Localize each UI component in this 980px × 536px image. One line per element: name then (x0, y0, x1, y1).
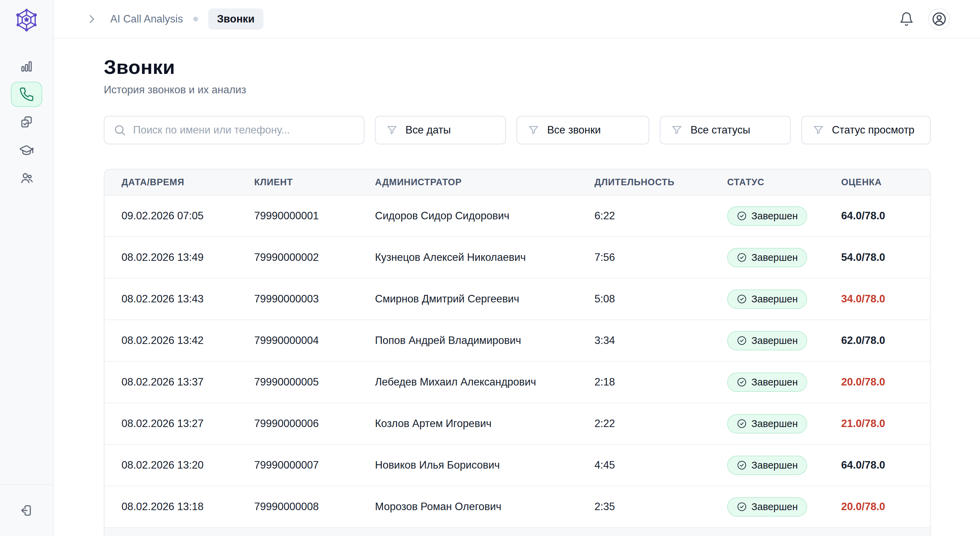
breadcrumb-current-page[interactable]: Звонки (208, 8, 263, 30)
status-badge-label: Завершен (751, 252, 798, 263)
status-badge: Завершен (727, 414, 807, 434)
cell-client-phone: 79990000005 (254, 376, 375, 388)
breadcrumb-app[interactable]: AI Call Analysis (110, 13, 183, 25)
table-row[interactable]: 08.02.2026 13:43 79990000003 Смирнов Дми… (105, 279, 930, 320)
sidebar (0, 0, 54, 536)
search-input[interactable] (133, 124, 355, 136)
status-badge-label: Завершен (751, 418, 798, 429)
cell-client-phone: 79990000001 (254, 210, 375, 222)
cell-datetime: 08.02.2026 13:37 (121, 376, 254, 388)
sidebar-nav (11, 54, 42, 191)
cell-score: 34.0/78.0 (841, 293, 913, 305)
col-header-admin: Администратор (375, 177, 595, 188)
cell-score: 20.0/78.0 (841, 376, 913, 388)
cell-datetime: 08.02.2026 13:18 (121, 501, 254, 513)
table-header-row: Дата/Время Клиент Администратор Длительн… (105, 169, 930, 195)
check-circle-icon (737, 294, 747, 304)
logout-icon (19, 503, 34, 518)
filter-funnel-icon (671, 124, 683, 136)
sidebar-toggle-button[interactable] (85, 12, 99, 26)
filter-statuses-button[interactable]: Все статусы (660, 116, 791, 144)
status-badge: Завершен (727, 289, 807, 309)
check-circle-icon (737, 335, 747, 346)
table-row[interactable]: 08.02.2026 13:18 79990000008 Морозов Ром… (105, 486, 930, 528)
status-badge: Завершен (727, 206, 807, 226)
cell-duration: 6:22 (595, 210, 727, 222)
main-area: AI Call Analysis Звонки (54, 0, 980, 536)
cell-score: 62.0/78.0 (841, 334, 913, 347)
col-header-datetime: Дата/Время (121, 177, 254, 188)
filter-calls-button[interactable]: Все звонки (517, 116, 649, 144)
cell-status: Завершен (727, 373, 841, 392)
sidebar-item-reports[interactable] (11, 110, 42, 135)
filter-view-status-button[interactable]: Статус просмотр (801, 116, 931, 144)
filters-bar: Все даты Все звонки Все статусы Статус п… (104, 116, 931, 144)
cell-admin-name: Козлов Артем Игоревич (375, 418, 595, 430)
filter-view-status-label: Статус просмотр (832, 124, 915, 136)
graduation-cap-icon (19, 143, 34, 158)
cell-status: Завершен (727, 497, 841, 517)
page-title: Звонки (104, 56, 931, 78)
phone-icon (19, 87, 34, 102)
cell-admin-name: Смирнов Дмитрий Сергеевич (375, 293, 595, 305)
cell-datetime: 09.02.2026 07:05 (121, 210, 254, 222)
filter-funnel-icon (527, 124, 540, 136)
table-body: 09.02.2026 07:05 79990000001 Сидоров Сид… (105, 195, 930, 536)
status-badge: Завершен (727, 456, 807, 475)
brand-logo[interactable] (13, 6, 40, 33)
cell-score: 64.0/78.0 (841, 210, 913, 222)
table-row[interactable]: 08.02.2026 13:37 79990000005 Лебедев Мих… (105, 362, 930, 403)
users-icon (19, 171, 34, 186)
check-circle-icon (737, 460, 747, 470)
check-circle-icon (737, 211, 747, 221)
sidebar-item-analytics[interactable] (11, 54, 42, 79)
notifications-button[interactable] (899, 11, 914, 27)
clipboard-check-icon (19, 115, 34, 130)
cell-admin-name: Новиков Илья Борисович (375, 459, 595, 471)
chevron-right-icon (85, 12, 99, 26)
page-subtitle: История звонков и их анализ (104, 84, 931, 96)
search-box (104, 116, 364, 144)
page-content: Звонки История звонков и их анализ Все д… (54, 38, 980, 536)
status-badge-label: Завершен (751, 460, 798, 471)
table-footer (105, 528, 930, 536)
sidebar-item-training[interactable] (11, 137, 42, 163)
status-badge: Завершен (727, 248, 807, 267)
check-circle-icon (737, 377, 747, 387)
cell-status: Завершен (727, 414, 841, 434)
cell-admin-name: Попов Андрей Владимирович (375, 334, 595, 347)
sidebar-item-users[interactable] (11, 166, 42, 191)
col-header-status: Статус (727, 177, 841, 188)
sidebar-item-calls[interactable] (11, 82, 42, 107)
cell-datetime: 08.02.2026 13:43 (121, 293, 254, 305)
cell-duration: 3:34 (595, 334, 727, 347)
status-badge: Завершен (727, 497, 807, 517)
cell-datetime: 08.02.2026 13:42 (121, 334, 254, 347)
table-row[interactable]: 09.02.2026 07:05 79990000001 Сидоров Сид… (105, 195, 930, 237)
cell-status: Завершен (727, 206, 841, 226)
filter-statuses-label: Все статусы (690, 124, 750, 136)
cell-status: Завершен (727, 456, 841, 475)
app-root: AI Call Analysis Звонки (0, 0, 980, 536)
cell-status: Завершен (727, 331, 841, 350)
table-row[interactable]: 08.02.2026 13:42 79990000004 Попов Андре… (105, 320, 930, 362)
filter-dates-button[interactable]: Все даты (375, 116, 506, 144)
status-badge-label: Завершен (751, 501, 798, 512)
cell-datetime: 08.02.2026 13:49 (121, 251, 254, 263)
table-row[interactable]: 08.02.2026 13:20 79990000007 Новиков Иль… (105, 445, 930, 486)
cell-client-phone: 79990000002 (254, 251, 375, 263)
user-menu-button[interactable] (928, 8, 950, 30)
status-badge-label: Завершен (751, 376, 798, 388)
cell-admin-name: Кузнецов Алексей Николаевич (375, 251, 595, 263)
cell-score: 64.0/78.0 (841, 459, 913, 471)
cell-status: Завершен (727, 248, 841, 267)
cell-score: 20.0/78.0 (841, 501, 913, 513)
col-header-client: Клиент (254, 177, 375, 188)
calls-table: Дата/Время Клиент Администратор Длительн… (104, 169, 931, 536)
table-row[interactable]: 08.02.2026 13:27 79990000006 Козлов Арте… (105, 403, 930, 445)
topbar-actions (899, 8, 950, 30)
sidebar-logout[interactable] (0, 484, 53, 536)
status-badge-label: Завершен (751, 335, 798, 346)
cell-admin-name: Сидоров Сидор Сидорович (375, 210, 595, 222)
table-row[interactable]: 08.02.2026 13:49 79990000002 Кузнецов Ал… (105, 237, 930, 279)
